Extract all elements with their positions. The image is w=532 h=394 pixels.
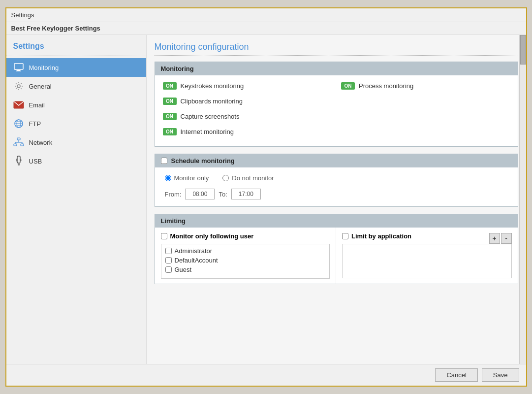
schedule-section-header: Schedule monitoring [155, 154, 518, 167]
settings-window: Settings Best Free Keylogger Settings Se… [5, 7, 527, 387]
limit-buttons: + - [489, 233, 512, 244]
title-bar: Settings [6, 8, 526, 22]
limiting-header-label: Limiting [161, 217, 186, 225]
content-title: Monitoring configuration [155, 42, 518, 56]
monitoring-section: Monitoring ON Keystrokes monitoring ON C… [155, 62, 518, 147]
monitor-col-left: ON Keystrokes monitoring ON Clipboards m… [163, 82, 332, 139]
sidebar-item-email-label: Email [29, 101, 45, 109]
screenshot-label: Capture screenshots [181, 113, 240, 120]
toggle-process[interactable]: ON [341, 82, 355, 90]
radio-do-not-monitor-input[interactable] [222, 175, 229, 181]
sidebar-title: Settings [6, 39, 146, 56]
sidebar: Settings Monitoring [6, 35, 147, 364]
limit-app-title: Limit by application [342, 232, 411, 240]
svg-rect-13 [21, 144, 24, 146]
user-item-default: DefaultAccount [165, 257, 326, 264]
usb-icon [13, 156, 24, 166]
from-time-input[interactable] [185, 189, 215, 199]
user-item-guest: Guest [165, 266, 326, 273]
content-area: Monitoring configuration Monitoring ON K… [147, 35, 526, 364]
app-limit-box [342, 244, 512, 278]
monitor-row-keystrokes: ON Keystrokes monitoring [163, 82, 332, 90]
sidebar-item-monitoring[interactable]: Monitoring [6, 58, 146, 77]
monitoring-section-content: ON Keystrokes monitoring ON Clipboards m… [155, 75, 518, 146]
time-row: From: To: [165, 189, 508, 199]
sidebar-item-network[interactable]: Network [6, 133, 146, 152]
limiting-col-apps: Limit by application + - [336, 228, 518, 284]
add-app-button[interactable]: + [489, 233, 500, 244]
radio-monitor-only-label: Monitor only [174, 174, 209, 182]
monitor-col-right: ON Process monitoring [341, 82, 510, 139]
sidebar-item-network-label: Network [29, 139, 53, 146]
remove-app-button[interactable]: - [501, 233, 512, 244]
user-item-admin: Administrator [165, 247, 326, 255]
user-default-checkbox[interactable] [165, 257, 172, 263]
subtitle-bar: Best Free Keylogger Settings [6, 22, 526, 35]
scrollbar-thumb[interactable] [520, 35, 526, 65]
sidebar-item-general[interactable]: General [6, 77, 146, 96]
monitor-user-title: Monitor only following user [161, 232, 330, 240]
to-label: To: [219, 191, 227, 198]
gear-icon [13, 81, 24, 92]
limiting-col-users: Monitor only following user Administrato… [155, 228, 337, 284]
from-label: From: [165, 191, 182, 198]
monitor-grid: ON Keystrokes monitoring ON Clipboards m… [163, 82, 510, 139]
sidebar-item-ftp[interactable]: FTP [6, 114, 146, 133]
radio-do-not-monitor-label: Do not monitor [232, 174, 274, 182]
monitor-user-label: Monitor only following user [170, 232, 254, 240]
svg-rect-11 [17, 138, 20, 140]
user-guest-label: Guest [175, 266, 192, 273]
svg-point-4 [17, 85, 20, 88]
monitor-row-process: ON Process monitoring [341, 82, 510, 90]
monitor-row-screenshot: ON Capture screenshots [163, 113, 332, 120]
sidebar-item-usb-label: USB [29, 158, 42, 165]
user-guest-checkbox[interactable] [165, 266, 172, 273]
user-default-label: DefaultAccount [175, 257, 218, 264]
limit-app-checkbox[interactable] [342, 233, 348, 239]
radio-do-not-monitor: Do not monitor [222, 174, 274, 182]
save-button[interactable]: Save [482, 368, 519, 382]
limiting-right-header: Limit by application + - [342, 232, 512, 244]
toggle-screenshot[interactable]: ON [163, 113, 177, 120]
toggle-internet[interactable]: ON [163, 128, 177, 135]
limit-app-label: Limit by application [351, 232, 411, 240]
svg-rect-12 [14, 144, 17, 146]
main-area: Settings Monitoring [6, 35, 526, 364]
internet-label: Internet monitoring [181, 128, 234, 135]
user-admin-label: Administrator [175, 247, 213, 255]
network-icon [13, 137, 24, 148]
limiting-section-header: Limiting [155, 214, 518, 228]
toggle-keystrokes[interactable]: ON [163, 82, 177, 90]
sidebar-item-general-label: General [29, 83, 52, 90]
sidebar-item-ftp-label: FTP [29, 120, 41, 128]
cancel-button[interactable]: Cancel [435, 368, 477, 382]
clipboard-label: Clipboards monitoring [181, 98, 243, 105]
schedule-section: Schedule monitoring Monitor only Do not … [155, 154, 518, 207]
keystrokes-label: Keystrokes monitoring [181, 82, 244, 90]
email-icon [13, 99, 24, 110]
limiting-section: Limiting Monitor only following user Adm… [155, 214, 518, 284]
radio-row: Monitor only Do not monitor [165, 174, 508, 182]
window-subtitle: Best Free Keylogger Settings [11, 25, 100, 32]
sidebar-item-email[interactable]: Email [6, 96, 146, 114]
schedule-header-label: Schedule monitoring [171, 157, 235, 164]
monitor-user-checkbox[interactable] [161, 233, 167, 239]
scrollbar-track[interactable] [519, 35, 526, 364]
to-time-input[interactable] [231, 189, 261, 199]
monitor-row-clipboard: ON Clipboards monitoring [163, 98, 332, 105]
limiting-grid: Monitor only following user Administrato… [155, 228, 518, 284]
radio-monitor-only-input[interactable] [165, 175, 171, 181]
svg-rect-18 [17, 156, 20, 163]
monitoring-section-header: Monitoring [155, 62, 518, 75]
toggle-clipboard[interactable]: ON [163, 98, 177, 105]
user-admin-checkbox[interactable] [165, 248, 172, 254]
monitor-icon [13, 62, 24, 73]
window-title: Settings [11, 11, 34, 19]
ftp-icon [13, 118, 24, 129]
footer-bar: Cancel Save [6, 364, 526, 386]
monitoring-header-label: Monitoring [161, 65, 194, 72]
process-label: Process monitoring [359, 82, 413, 90]
sidebar-item-usb[interactable]: USB [6, 152, 146, 170]
sidebar-item-monitoring-label: Monitoring [29, 64, 59, 71]
schedule-checkbox[interactable] [161, 158, 167, 164]
